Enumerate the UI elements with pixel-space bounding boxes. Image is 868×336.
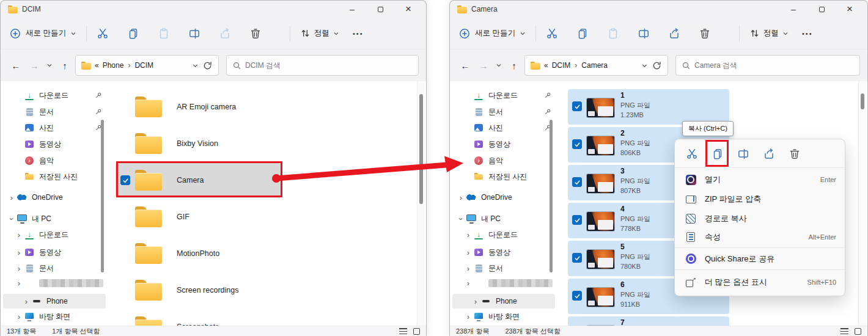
details-view-icon[interactable]	[840, 328, 848, 334]
folder-item[interactable]: MotionPhoto	[116, 236, 282, 271]
sidebar-item[interactable]: 동영상	[3, 245, 106, 260]
address-dropdown-chevron[interactable]	[192, 62, 199, 69]
sidebar-item[interactable]: 내 PC	[452, 211, 555, 226]
copy-button[interactable]	[127, 27, 139, 40]
checkbox[interactable]	[572, 177, 582, 187]
tree-chevron-icon[interactable]	[14, 248, 24, 257]
recent-locations-chevron[interactable]	[494, 57, 504, 73]
address-bar[interactable]: « DCIM › Camera	[524, 55, 668, 76]
tree-chevron-icon[interactable]	[14, 264, 24, 273]
file-item[interactable]: 1 PNG 파일 1.23MB	[568, 89, 729, 125]
tree-chevron-icon[interactable]	[14, 230, 24, 239]
checkbox[interactable]	[572, 139, 582, 149]
rename-button[interactable]	[638, 27, 650, 40]
main-scrollbar-thumb[interactable]	[861, 93, 864, 109]
new-button[interactable]: 새로 만들기	[9, 27, 76, 40]
forward-button[interactable]	[476, 57, 491, 73]
tree-chevron-icon[interactable]	[463, 230, 473, 239]
paste-button[interactable]	[607, 27, 619, 40]
delete-icon[interactable]	[787, 146, 803, 162]
copy-icon[interactable]	[710, 146, 726, 162]
tree-chevron-icon[interactable]	[21, 297, 31, 306]
folder-item[interactable]: Bixby Vision	[116, 126, 282, 161]
sidebar-item[interactable]: 문서	[3, 104, 106, 119]
sidebar-scrollbar[interactable]	[550, 120, 553, 272]
up-button[interactable]	[57, 57, 73, 73]
paste-button[interactable]	[158, 27, 170, 40]
recent-locations-chevron[interactable]	[45, 57, 54, 73]
thumbnail-view-icon[interactable]	[413, 328, 420, 335]
sidebar-item[interactable]: Phone	[452, 294, 555, 309]
close-button[interactable]	[398, 1, 419, 18]
sidebar-item[interactable]: 동영상	[3, 137, 106, 152]
breadcrumb-segment[interactable]: Phone	[103, 61, 124, 70]
titlebar[interactable]: DCIM	[1, 1, 426, 18]
sort-button[interactable]: 정렬	[300, 28, 339, 38]
sidebar-item[interactable]: 바탕 화면	[452, 309, 555, 324]
tree-chevron-icon[interactable]	[463, 312, 473, 321]
context-menu-item[interactable]: 경로로 복사	[675, 209, 845, 228]
sidebar-item[interactable]: 사진	[452, 120, 555, 135]
checkbox[interactable]	[572, 101, 582, 111]
refresh-button[interactable]	[652, 60, 662, 71]
minimize-button[interactable]	[342, 1, 362, 18]
breadcrumb-prefix[interactable]: «	[95, 61, 99, 70]
address-bar[interactable]: « Phone › DCIM	[75, 55, 219, 76]
search-input[interactable]: Camera 검색	[675, 55, 860, 76]
folder-item[interactable]: GIF	[116, 199, 282, 235]
refresh-button[interactable]	[202, 60, 213, 71]
sidebar-item[interactable]: 다운로드	[452, 88, 555, 103]
tree-chevron-icon[interactable]	[7, 214, 17, 224]
search-input[interactable]: DCIM 검색	[226, 55, 419, 76]
tree-chevron-icon[interactable]	[14, 312, 24, 321]
sidebar-item[interactable]: 문서	[452, 261, 555, 276]
sidebar-item[interactable]: 동영상	[452, 245, 555, 260]
sidebar-item[interactable]	[452, 276, 555, 290]
folder-item[interactable]: Screen recordings	[116, 272, 282, 308]
breadcrumb-segment[interactable]: Camera	[581, 61, 608, 70]
tree-chevron-icon[interactable]	[471, 297, 480, 306]
share-icon[interactable]	[761, 146, 777, 162]
delete-button[interactable]	[249, 27, 262, 40]
tree-chevron-icon[interactable]	[456, 214, 466, 224]
tree-chevron-icon[interactable]	[463, 279, 473, 288]
maximize-button[interactable]	[370, 1, 391, 18]
tree-chevron-icon[interactable]	[456, 193, 466, 202]
minimize-button[interactable]	[783, 1, 804, 18]
back-button[interactable]	[457, 57, 473, 73]
folder-item[interactable]: Camera	[116, 163, 282, 198]
main-scrollbar-track[interactable]	[858, 81, 866, 326]
context-menu-item[interactable]: 열기 Enter	[675, 170, 845, 189]
context-menu-item[interactable]: 더 많은 옵션 표시 Shift+F10	[675, 272, 845, 292]
folder-item[interactable]: Screenshots	[116, 309, 282, 326]
sidebar-item[interactable]: 저장된 사진	[452, 169, 555, 184]
thumbnail-view-icon[interactable]	[855, 328, 861, 335]
share-button[interactable]	[668, 27, 680, 40]
rename-button[interactable]	[188, 27, 200, 40]
up-button[interactable]	[506, 57, 522, 73]
cut-button[interactable]	[546, 27, 558, 40]
rename-icon[interactable]	[735, 146, 751, 162]
sidebar-item[interactable]: 문서	[3, 261, 106, 276]
file-item[interactable]: 7	[568, 316, 729, 326]
sidebar-item[interactable]: 내 PC	[3, 211, 106, 226]
sidebar-item[interactable]	[3, 276, 106, 290]
sidebar-item[interactable]: 다운로드	[452, 227, 555, 242]
folder-item[interactable]: AR Emoji camera	[116, 89, 282, 125]
address-dropdown-chevron[interactable]	[641, 62, 648, 69]
sidebar-item[interactable]: 사진	[3, 120, 106, 135]
more-options-button[interactable]	[802, 29, 813, 38]
sidebar-item[interactable]: 음악	[452, 153, 555, 168]
cut-button[interactable]	[97, 27, 109, 40]
cut-icon[interactable]	[684, 146, 700, 162]
main-scrollbar-thumb[interactable]	[419, 94, 423, 204]
checkbox[interactable]	[572, 291, 582, 301]
breadcrumb-prefix[interactable]: «	[544, 61, 548, 70]
context-menu-item[interactable]: ZIP 파일로 압축	[675, 189, 845, 209]
sidebar-item[interactable]: 음악	[3, 153, 106, 168]
context-menu-item[interactable]: 속성 Alt+Enter	[675, 228, 845, 248]
checkbox[interactable]	[120, 175, 130, 185]
sidebar-item[interactable]: 다운로드	[3, 88, 106, 103]
breadcrumb-segment[interactable]: DCIM	[134, 61, 153, 70]
share-button[interactable]	[219, 27, 231, 40]
